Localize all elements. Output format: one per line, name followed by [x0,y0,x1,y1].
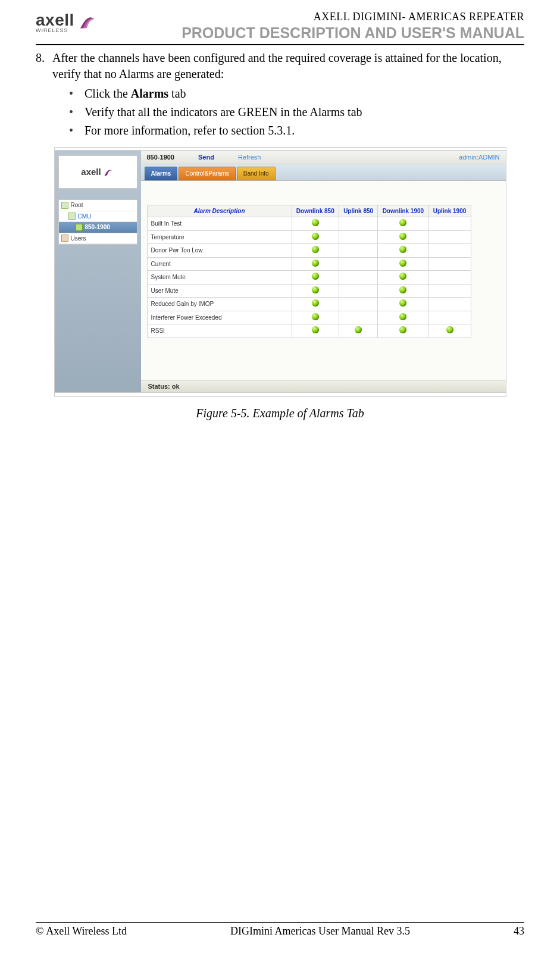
alarm-status-cell [339,324,378,338]
alarm-description-cell: Interferer Power Exceeded [147,311,292,324]
status-led-green-icon [399,273,406,280]
alarm-description-cell: Built In Test [147,217,292,231]
alarm-description-cell: System Mute [147,271,292,285]
alarm-status-cell [428,257,471,271]
device-icon [76,224,83,231]
alarm-status-cell [339,230,378,244]
alarm-status-cell [292,244,339,258]
alarm-status-cell [292,217,339,231]
status-led-green-icon [312,326,319,333]
sidebar-logo: axell [58,155,137,189]
header-rule [36,44,524,45]
table-row: Built In Test [147,217,471,231]
tab-band-info[interactable]: Band Info [237,167,276,180]
bullet-click-alarms: Click the Alarms tab [69,86,524,102]
alarm-status-cell [378,257,428,271]
alarm-status-cell [428,244,471,258]
figure-caption: Figure 5-5. Example of Alarms Tab [36,405,524,421]
breadcrumb-bar: 850-1900 Send Refresh admin:ADMIN [141,151,506,164]
alarm-status-cell [339,298,378,311]
table-row: Interferer Power Exceeded [147,311,471,324]
status-bar: Status: ok [141,380,506,392]
tab-control-params[interactable]: Control&Params [179,167,235,180]
status-led-green-icon [399,246,406,253]
alarm-description-cell: Temperature [147,230,292,244]
footer-right: 43 [514,925,524,938]
status-led-green-icon [312,313,319,320]
status-led-green-icon [399,260,406,267]
alarm-description-cell: Current [147,257,292,271]
alarm-status-cell [292,257,339,271]
table-row: User Mute [147,284,471,298]
tree-users[interactable]: Users [59,233,137,245]
status-led-green-icon [312,246,319,253]
alarm-status-cell [378,271,428,285]
status-led-green-icon [446,326,453,333]
alarm-status-cell [378,217,428,231]
status-text: Status: ok [148,382,180,391]
nav-tree: Root CMU 850-1900 [58,199,137,245]
table-row: System Mute [147,271,471,285]
bullet-verify-green: Verify that all the indicators are GREEN… [69,104,524,120]
table-row: Donor Pwr Too Low [147,244,471,258]
status-led-green-icon [312,233,319,240]
sidebar: axell Root CMU [55,151,141,392]
table-row: Temperature [147,230,471,244]
alarm-status-cell [428,230,471,244]
logo-swirl-icon [77,11,98,32]
tree-band-selected[interactable]: 850-1900 [59,222,137,233]
table-row: Current [147,257,471,271]
col-uplink-850: Uplink 850 [339,205,378,217]
col-alarm-description: Alarm Description [147,205,292,217]
alarm-status-cell [378,244,428,258]
tab-alarms[interactable]: Alarms [145,167,178,180]
status-led-green-icon [312,299,319,307]
status-led-green-icon [399,286,406,293]
header-product-line2: PRODUCT DESCRIPTION AND USER'S MANUAL [182,24,524,42]
axell-logo: axell WIRELESS [36,11,98,33]
alarm-status-cell [292,311,339,324]
alarm-description-cell: Reduced Gain by IMOP [147,298,292,311]
col-downlink-850: Downlink 850 [292,205,339,217]
alarm-status-cell [339,284,378,298]
alarm-status-cell [292,298,339,311]
step-text: After the channels have been configured … [52,50,524,82]
alarm-status-cell [378,284,428,298]
alarm-status-cell [428,298,471,311]
admin-label: admin:ADMIN [459,153,499,162]
user-icon [61,235,68,242]
alarms-table: Alarm Description Downlink 850 Uplink 85… [147,205,471,338]
col-uplink-1900: Uplink 1900 [428,205,471,217]
send-link[interactable]: Send [198,153,214,162]
status-led-green-icon [312,219,319,226]
logo-swirl-icon [102,166,114,178]
alarm-status-cell [428,324,471,338]
folder-icon [68,213,76,220]
alarm-status-cell [428,271,471,285]
alarm-status-cell [428,284,471,298]
alarm-status-cell [292,230,339,244]
table-row: Reduced Gain by IMOP [147,298,471,311]
alarm-status-cell [378,324,428,338]
tree-root[interactable]: Root [59,200,137,211]
alarm-status-cell [339,311,378,324]
alarm-status-cell [339,271,378,285]
step-number: 8. [36,50,52,82]
refresh-link[interactable]: Refresh [238,153,261,162]
alarm-status-cell [378,311,428,324]
tree-cmu[interactable]: CMU [59,211,137,223]
header-product-line1: AXELL DIGIMINI- AMERICAS REPEATER [182,11,524,23]
status-led-green-icon [312,260,319,267]
alarm-status-cell [428,311,471,324]
alarm-description-cell: RSSI [147,324,292,338]
footer-left: © Axell Wireless Ltd [36,925,127,938]
status-led-green-icon [399,326,406,333]
alarm-status-cell [378,230,428,244]
footer-center: DIGImini Americas User Manual Rev 3.5 [230,925,410,938]
tab-bar: Alarms Control&Params Band Info [141,164,506,181]
alarm-status-cell [339,217,378,231]
alarm-status-cell [292,271,339,285]
col-downlink-1900: Downlink 1900 [378,205,428,217]
alarm-status-cell [339,244,378,258]
crumb-title: 850-1900 [147,153,175,162]
